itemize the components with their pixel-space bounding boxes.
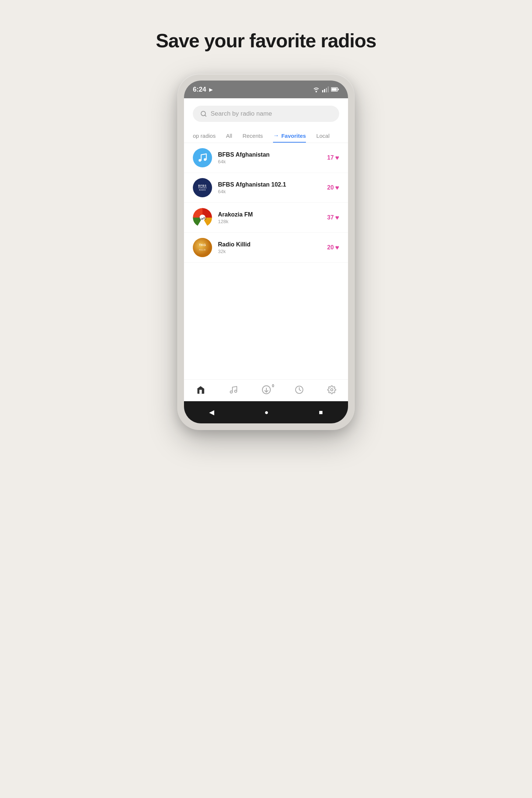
svg-point-19 (235, 390, 237, 392)
svg-line-8 (205, 115, 206, 116)
signal-icon (322, 86, 329, 92)
android-back-button[interactable]: ◀ (209, 408, 214, 416)
favorite-number: 20 (327, 184, 334, 191)
svg-rect-1 (324, 89, 325, 92)
radio-info: BFBS Afghanistan 64k (218, 151, 321, 164)
nav-history[interactable] (295, 385, 304, 394)
radio-list: BFBS Afghanistan 64k 17 ♥ BFBS FORCES (184, 143, 348, 321)
bottom-nav: 0 (184, 379, 348, 401)
radio-item[interactable]: BFBS FORCES RADIO BFBS Afghanistan 102.1… (184, 173, 348, 203)
radio-favorite-count[interactable]: 37 ♥ (327, 214, 339, 222)
status-bar: 6:24 ▶ (184, 81, 348, 98)
favorite-number: 37 (327, 214, 334, 221)
app-content: Search by radio name op radios All Recen… (184, 98, 348, 423)
search-bar-container: Search by radio name (184, 98, 348, 126)
android-home-button[interactable]: ● (265, 409, 269, 416)
play-icon: ▶ (209, 87, 213, 92)
radio-favorite-count[interactable]: 20 ♥ (327, 184, 339, 192)
tab-local[interactable]: Local (311, 129, 335, 143)
svg-rect-3 (328, 86, 329, 92)
svg-point-22 (331, 389, 333, 391)
svg-point-18 (230, 391, 232, 393)
nav-home[interactable] (196, 385, 205, 395)
radio-name: BFBS Afghanistan (218, 151, 321, 158)
tab-top-radios[interactable]: op radios (188, 129, 221, 143)
tab-recents[interactable]: Recents (237, 129, 268, 143)
radio-info: Arakozia FM 128k (218, 211, 321, 224)
radio-name: Arakozia FM (218, 211, 321, 218)
search-icon (200, 110, 207, 117)
battery-icon (331, 87, 339, 92)
svg-rect-6 (332, 88, 337, 91)
radio-name: Radio Killid (218, 241, 321, 248)
download-badge: 0 (272, 383, 274, 388)
svg-point-10 (204, 158, 207, 161)
tab-favorites[interactable]: → Favorites (268, 129, 311, 143)
radio-name: BFBS Afghanistan 102.1 (218, 181, 321, 188)
svg-rect-2 (326, 88, 327, 92)
favorite-number: 17 (327, 154, 334, 161)
tab-all[interactable]: All (221, 129, 238, 143)
svg-point-15 (193, 238, 212, 257)
home-icon (196, 385, 205, 395)
radio-logo-killid: TKG KILLID (193, 238, 212, 257)
android-nav-bar: ◀ ● ■ (184, 401, 348, 423)
heart-icon: ♥ (335, 154, 339, 162)
radio-item[interactable]: TKG KILLID Radio Killid 32k 20 ♥ (184, 233, 348, 263)
status-time: 6:24 (193, 86, 206, 93)
svg-text:TKG: TKG (199, 243, 206, 247)
phone-shell: 6:24 ▶ (177, 74, 355, 430)
radio-favorite-count[interactable]: 17 ♥ (327, 154, 339, 162)
radio-info: Radio Killid 32k (218, 241, 321, 254)
bfbs2-logo-text: BFBS FORCES RADIO (198, 184, 207, 191)
radio-bitrate: 64k (218, 189, 321, 194)
radio-item[interactable]: BFBS Afghanistan 64k 17 ♥ (184, 143, 348, 173)
page-title: Save your favorite radios (156, 30, 376, 52)
tab-arrow: → (273, 132, 279, 139)
favorite-number: 20 (327, 244, 334, 251)
music-note-icon (197, 153, 208, 163)
search-bar[interactable]: Search by radio name (193, 106, 339, 122)
phone-inner: 6:24 ▶ (184, 81, 348, 423)
radio-item[interactable]: راکوزیا Arakozia FM 128k 37 ♥ (184, 203, 348, 233)
clock-icon (295, 385, 304, 394)
radio-logo-arakozia: راکوزیا (193, 208, 212, 227)
search-placeholder: Search by radio name (211, 110, 272, 117)
wifi-icon (313, 86, 320, 92)
radio-bitrate: 32k (218, 249, 321, 254)
heart-icon: ♥ (335, 214, 339, 222)
android-recent-button[interactable]: ■ (319, 409, 323, 416)
svg-rect-5 (338, 89, 339, 90)
gear-icon (327, 385, 336, 394)
download-icon (262, 385, 271, 395)
nav-settings[interactable] (327, 385, 336, 394)
radio-info: BFBS Afghanistan 102.1 64k (218, 181, 321, 194)
heart-icon: ♥ (335, 244, 339, 252)
svg-text:راکوزیا: راکوزیا (199, 217, 207, 220)
radio-bitrate: 64k (218, 159, 321, 164)
content-spacer (184, 321, 348, 379)
radio-logo-bfbs (193, 148, 212, 167)
svg-text:KILLID: KILLID (199, 249, 206, 251)
music-icon (229, 385, 238, 394)
heart-icon: ♥ (335, 184, 339, 192)
nav-music[interactable] (229, 385, 238, 394)
radio-logo-bfbs2: BFBS FORCES RADIO (193, 178, 212, 197)
radio-bitrate: 128k (218, 219, 321, 224)
tabs-row: op radios All Recents → Favorites Local (184, 126, 348, 143)
status-icons (313, 86, 339, 92)
svg-point-9 (199, 159, 201, 162)
radio-favorite-count[interactable]: 20 ♥ (327, 244, 339, 252)
svg-rect-0 (322, 90, 323, 92)
nav-download[interactable]: 0 (262, 385, 271, 395)
